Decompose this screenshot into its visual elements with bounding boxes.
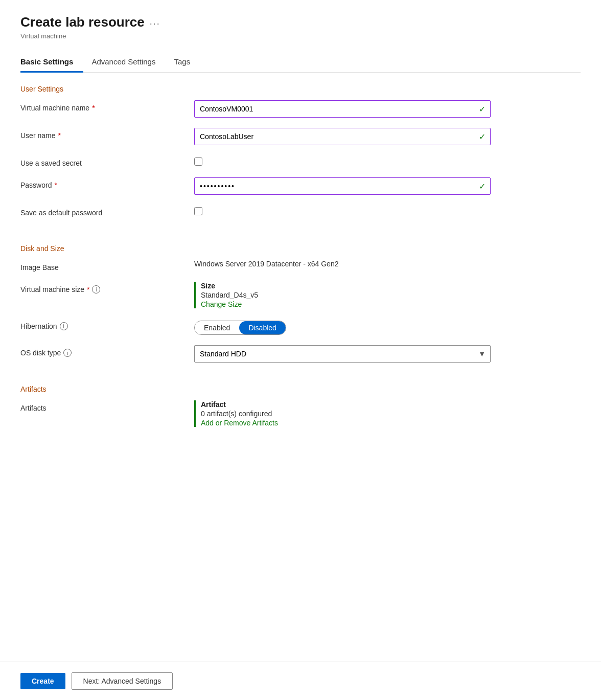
os-disk-type-select[interactable]: Standard HDD Standard SSD Premium SSD: [194, 345, 491, 363]
artifact-heading: Artifact: [201, 400, 581, 409]
os-disk-type-row: OS disk type i Standard HDD Standard SSD…: [20, 345, 581, 363]
vm-name-input[interactable]: [194, 100, 491, 118]
hibernation-row: Hibernation i Enabled Disabled: [20, 319, 581, 335]
password-control: ✓: [194, 177, 581, 195]
vm-size-info-icon[interactable]: i: [92, 285, 100, 293]
save-default-password-checkbox[interactable]: [194, 207, 202, 215]
hibernation-disabled-btn[interactable]: Disabled: [239, 321, 285, 334]
os-disk-type-label: OS disk type i: [20, 345, 194, 357]
os-disk-type-control: Standard HDD Standard SSD Premium SSD ▼: [194, 345, 581, 363]
next-advanced-settings-button[interactable]: Next: Advanced Settings: [72, 672, 173, 690]
vm-size-control: Size Standard_D4s_v5 Change Size: [194, 282, 581, 308]
vm-name-row: Virtual machine name * ✓: [20, 100, 581, 118]
user-name-row: User name * ✓: [20, 128, 581, 145]
page-subtitle: Virtual machine: [20, 32, 581, 40]
artifacts-block: Artifact 0 artifact(s) configured Add or…: [194, 400, 581, 427]
vm-size-row: Virtual machine size * i Size Standard_D…: [20, 282, 581, 308]
saved-secret-label: Use a saved secret: [20, 155, 194, 167]
artifacts-section-title: Artifacts: [20, 385, 581, 393]
vm-size-label: Virtual machine size * i: [20, 282, 194, 293]
artifacts-count: 0 artifact(s) configured: [201, 410, 581, 418]
artifacts-label: Artifacts: [20, 400, 194, 412]
vm-name-label: Virtual machine name *: [20, 100, 194, 112]
user-name-required: *: [58, 131, 60, 140]
vm-name-required: *: [92, 104, 95, 112]
password-required: *: [54, 181, 57, 189]
tab-bar: Basic Settings Advanced Settings Tags: [20, 52, 581, 73]
page-title: Create lab resource: [20, 14, 145, 30]
hibernation-control: Enabled Disabled: [194, 319, 581, 335]
save-default-password-row: Save as default password: [20, 205, 581, 217]
user-name-input[interactable]: [194, 128, 491, 145]
saved-secret-row: Use a saved secret: [20, 155, 581, 167]
password-label: Password *: [20, 177, 194, 189]
hibernation-toggle: Enabled Disabled: [194, 321, 286, 335]
image-base-value: Windows Server 2019 Datacenter - x64 Gen…: [194, 260, 581, 268]
user-name-label: User name *: [20, 128, 194, 140]
save-default-password-control: [194, 205, 581, 215]
create-button[interactable]: Create: [20, 673, 65, 689]
password-checkmark: ✓: [479, 182, 486, 191]
password-input[interactable]: [194, 177, 491, 195]
page-menu-icon[interactable]: ···: [150, 18, 160, 29]
user-name-checkmark: ✓: [479, 132, 486, 142]
password-row: Password * ✓: [20, 177, 581, 195]
vm-name-checkmark: ✓: [479, 104, 486, 114]
tab-tags[interactable]: Tags: [174, 52, 200, 73]
os-disk-type-info-icon[interactable]: i: [63, 349, 72, 357]
change-size-link[interactable]: Change Size: [201, 300, 242, 308]
tab-advanced-settings[interactable]: Advanced Settings: [91, 52, 166, 73]
artifacts-control: Artifact 0 artifact(s) configured Add or…: [194, 400, 581, 427]
image-base-label: Image Base: [20, 260, 194, 272]
artifacts-row: Artifacts Artifact 0 artifact(s) configu…: [20, 400, 581, 427]
save-default-password-label: Save as default password: [20, 205, 194, 217]
hibernation-label: Hibernation i: [20, 319, 194, 330]
saved-secret-control: [194, 155, 581, 166]
user-name-control: ✓: [194, 128, 581, 145]
size-value: Standard_D4s_v5: [201, 291, 581, 299]
vm-size-required: *: [87, 285, 89, 293]
user-settings-title: User Settings: [20, 85, 581, 93]
size-heading: Size: [201, 282, 581, 290]
vm-size-block: Size Standard_D4s_v5 Change Size: [194, 282, 581, 308]
hibernation-enabled-btn[interactable]: Enabled: [195, 321, 239, 334]
saved-secret-checkbox[interactable]: [194, 157, 202, 166]
tab-basic-settings[interactable]: Basic Settings: [20, 52, 83, 73]
vm-name-control: ✓: [194, 100, 581, 118]
image-base-row: Image Base Windows Server 2019 Datacente…: [20, 260, 581, 272]
add-remove-artifacts-link[interactable]: Add or Remove Artifacts: [201, 419, 278, 427]
hibernation-info-icon[interactable]: i: [60, 322, 68, 330]
disk-size-title: Disk and Size: [20, 244, 581, 253]
footer-bar: Create Next: Advanced Settings: [0, 662, 601, 700]
